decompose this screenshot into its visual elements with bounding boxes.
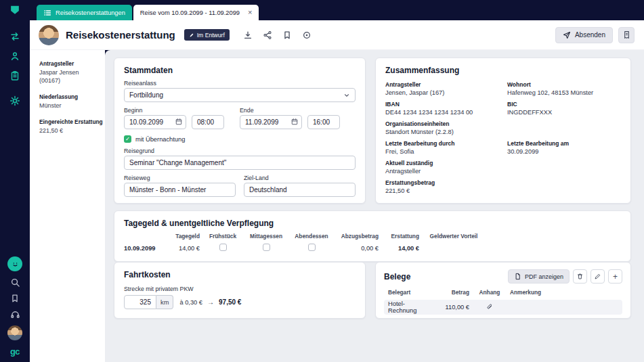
receipt-button[interactable] <box>618 27 635 43</box>
user-avatar[interactable] <box>7 325 22 340</box>
card-title: Fahrtkosten <box>124 270 356 279</box>
assistant-avatar-icon[interactable] <box>7 256 22 271</box>
tab-label: Reisekostenerstattungen <box>56 9 125 16</box>
field-value: Standort Münster (2.2.8) <box>385 129 499 135</box>
row-date: 10.09.2099 <box>124 245 162 252</box>
field-label: Beginn <box>124 107 240 114</box>
field-label: Organisationseinheiten <box>385 120 499 127</box>
checkbox-checked-icon[interactable]: ✓ <box>124 135 131 143</box>
field-value: 30.09.2099 <box>507 148 621 155</box>
column-header: Anmerkung <box>510 289 618 296</box>
field-label: Letzte Bearbeitung am <box>507 140 621 147</box>
download-icon[interactable] <box>243 30 253 40</box>
pdf-anzeigen-button[interactable]: PDF anzeigen <box>508 269 570 284</box>
field-label: Ende <box>240 107 356 114</box>
edit-button[interactable] <box>591 269 605 284</box>
panel-field-niederlassung: Niederlassung Münster <box>39 93 101 110</box>
belegart-value: Hotel-Rechnung <box>388 300 430 314</box>
arrows-swap-icon[interactable] <box>9 31 20 42</box>
column-header: Abendessen <box>292 233 331 240</box>
uebernachtung-checkbox-row[interactable]: ✓ mit Übernachtung <box>124 135 356 143</box>
field-label: Reiseweg <box>124 175 236 181</box>
fahrtkosten-total: 97,50 € <box>219 298 241 306</box>
rate-label: à 0,30 € <box>179 299 202 306</box>
field-label: Letzte Bearbeitung durch <box>385 140 499 147</box>
close-icon[interactable]: × <box>248 9 252 16</box>
stammdaten-card: Stammdaten Reiseanlass Fortbildung Begin… <box>114 58 366 204</box>
delete-button[interactable] <box>573 269 587 284</box>
column-header: Abzugsbetrag <box>337 233 379 240</box>
belege-toolbar: PDF anzeigen + <box>508 269 622 284</box>
calendar-icon[interactable] <box>175 118 183 126</box>
field-value: Hafenweg 102, 48153 Münster <box>507 89 621 96</box>
sidebar: gc <box>0 20 30 362</box>
arrow-right-icon: → <box>207 298 214 306</box>
column-header: Geldwerter Vorteil <box>425 233 483 240</box>
reiseweg-input[interactable] <box>124 183 236 197</box>
summary-field-aktuell-zustaendig: Aktuell zuständig Antragsteller <box>385 160 499 175</box>
summary-field-letzte-bearbeitung-durch: Letzte Bearbeitung durch Frei, Sofia <box>385 140 499 155</box>
app-logo-icon <box>9 4 21 16</box>
betrag-value: 110,00 € <box>437 304 469 311</box>
plus-icon: + <box>613 272 618 281</box>
topbar: Reisekostenerstattungen Reise vom 10.09.… <box>0 0 644 20</box>
field-label: IBAN <box>385 101 499 108</box>
tab-bar: Reisekostenerstattungen Reise vom 10.09.… <box>37 5 259 20</box>
search-icon[interactable] <box>10 277 20 288</box>
summary-field-antragsteller: Antragsteller Jensen, Jaspar (167) <box>385 81 499 96</box>
field-label: Eingereichte Erstattung <box>39 118 101 125</box>
target-icon[interactable] <box>302 30 312 40</box>
sidebar-nav <box>9 20 20 106</box>
summary-field-organisationseinheiten: Organisationseinheiten Standort Münster … <box>385 120 499 135</box>
add-button[interactable]: + <box>608 269 622 284</box>
reiseanlass-select[interactable]: Fortbildung <box>124 88 356 102</box>
reisegrund-input[interactable] <box>124 156 356 170</box>
column-header: Anhang <box>476 289 503 296</box>
card-title: Stammdaten <box>124 66 356 75</box>
check-glyph: ✓ <box>125 136 130 142</box>
beleg-row[interactable]: Hotel-Rechnung 110,00 € <box>384 300 622 315</box>
field-label: Antragsteller <box>39 60 101 67</box>
select-value: Fortbildung <box>129 91 163 99</box>
km-input[interactable] <box>124 295 156 309</box>
header-toolbar <box>243 30 312 40</box>
field-value: 221,50 € <box>39 127 101 135</box>
share-icon[interactable] <box>263 30 272 40</box>
page-header: Reisekostenerstattung Im Entwurf Absende… <box>30 20 644 50</box>
field-label: Antragsteller <box>385 81 499 88</box>
field-value: Antragsteller <box>385 168 499 175</box>
abzugsbetrag-value: 0,00 € <box>337 245 379 252</box>
erstattung-value: 14,00 € <box>384 245 419 252</box>
gc-logo: gc <box>10 346 20 357</box>
field-label: Reisegrund <box>124 148 356 154</box>
paperclip-icon[interactable] <box>486 303 494 311</box>
flag-icon[interactable] <box>282 30 292 40</box>
send-icon <box>563 31 571 39</box>
app-logo[interactable] <box>0 0 30 20</box>
field-value: DE44 1234 1234 1234 1234 00 <box>385 109 499 116</box>
column-header: Belegart <box>388 289 430 296</box>
gear-icon[interactable] <box>9 95 20 106</box>
ende-time-input[interactable] <box>307 115 340 129</box>
headset-icon[interactable] <box>10 309 20 319</box>
user-sync-icon[interactable] <box>9 51 20 62</box>
field-value: Jaspar Jensen (00167) <box>39 68 101 85</box>
zielland-input[interactable] <box>244 183 356 197</box>
absenden-label: Absenden <box>575 31 605 39</box>
mittagessen-checkbox[interactable] <box>263 244 270 251</box>
summary-field-wohnort: Wohnort Hafenweg 102, 48153 Münster <box>507 81 621 96</box>
tab-reisekostenerstattungen[interactable]: Reisekostenerstattungen <box>37 5 132 20</box>
card-title: Belege <box>384 272 410 281</box>
beginn-time-input[interactable] <box>192 115 224 129</box>
absenden-button[interactable]: Absenden <box>555 27 613 43</box>
status-badge: Im Entwurf <box>184 29 230 41</box>
field-label: Wohnort <box>507 81 621 88</box>
field-label: Ziel-Land <box>244 175 356 181</box>
bookmark-icon[interactable] <box>10 294 20 303</box>
fruehstueck-checkbox[interactable] <box>219 244 227 251</box>
zusammenfassung-card: Zusammenfassung Antragsteller Jensen, Ja… <box>375 58 631 204</box>
calendar-icon[interactable] <box>291 118 299 126</box>
clipboard-icon[interactable] <box>9 70 20 81</box>
abendessen-checkbox[interactable] <box>308 244 316 251</box>
tab-reise-detail[interactable]: Reise vom 10.09.2099 - 11.09.2099 × <box>133 5 259 20</box>
